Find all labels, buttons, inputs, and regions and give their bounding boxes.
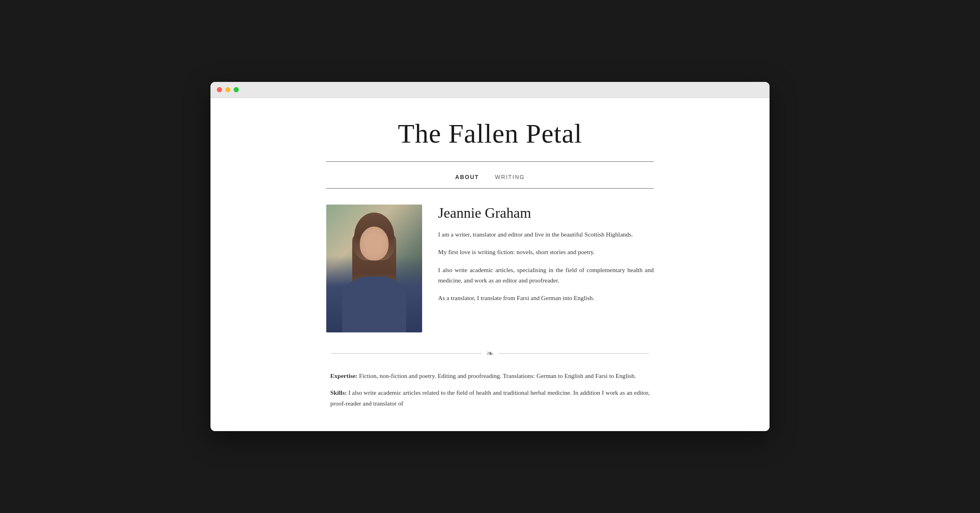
- profile-photo: [326, 205, 422, 332]
- expertise-text: Fiction, non-fiction and poetry. Editing…: [359, 372, 636, 379]
- profile-image-container: [326, 205, 422, 332]
- top-divider: [326, 161, 654, 162]
- bio-para-1: I am a writer, translator and editor and…: [438, 229, 654, 240]
- browser-titlebar: [210, 82, 770, 98]
- skills-label: Skills:: [330, 389, 347, 396]
- browser-window: The Fallen Petal ABOUT WRITING Je: [210, 82, 770, 431]
- profile-section: Jeannie Graham I am a writer, translator…: [326, 205, 654, 332]
- bio-para-3: I also write academic articles, speciali…: [438, 265, 654, 286]
- skills-paragraph: Skills: I also write academic articles r…: [330, 388, 650, 409]
- minimize-button[interactable]: [225, 87, 230, 92]
- nav-writing[interactable]: WRITING: [495, 174, 525, 180]
- face-decoration: [360, 227, 389, 260]
- skills-text: I also write academic articles related t…: [330, 389, 650, 406]
- bio-para-4: As a translator, I translate from Farsi …: [438, 293, 654, 303]
- close-button[interactable]: [217, 87, 222, 92]
- profile-content: Jeannie Graham I am a writer, translator…: [438, 205, 654, 332]
- nav-about[interactable]: ABOUT: [455, 174, 479, 180]
- expertise-label: Expertise:: [330, 372, 357, 379]
- body-decoration: [342, 276, 406, 332]
- page-container: The Fallen Petal ABOUT WRITING Je: [310, 98, 670, 431]
- expertise-section: Expertise: Fiction, non-fiction and poet…: [326, 371, 654, 409]
- ornamental-divider: ❧: [326, 348, 654, 359]
- nav-divider: [326, 188, 654, 189]
- browser-content: The Fallen Petal ABOUT WRITING Je: [210, 98, 770, 431]
- profile-bio: I am a writer, translator and editor and…: [438, 229, 654, 304]
- site-title: The Fallen Petal: [326, 118, 654, 149]
- profile-name: Jeannie Graham: [438, 205, 654, 221]
- expertise-paragraph: Expertise: Fiction, non-fiction and poet…: [330, 371, 650, 381]
- ornament-symbol: ❧: [486, 348, 494, 359]
- bio-para-2: My first love is writing fiction: novels…: [438, 247, 654, 257]
- maximize-button[interactable]: [234, 87, 239, 92]
- navigation: ABOUT WRITING: [326, 170, 654, 188]
